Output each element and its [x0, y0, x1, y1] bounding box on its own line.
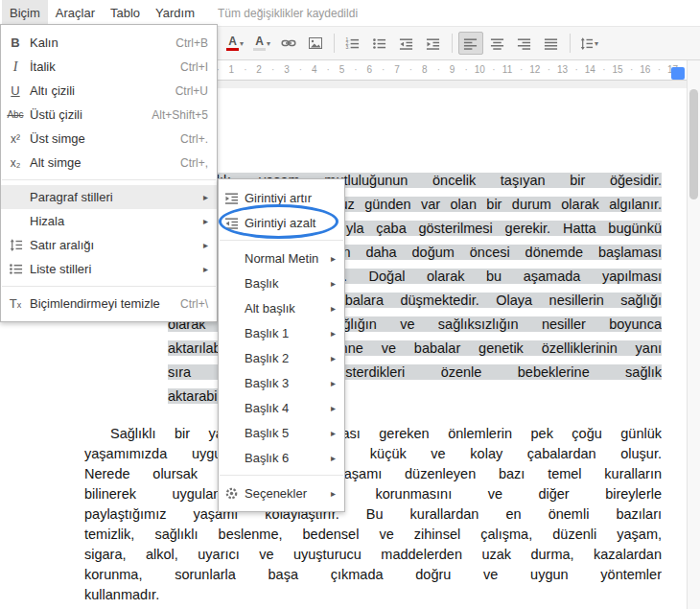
ruler-number-label: 2 [256, 64, 262, 75]
submenu-item-label: Başlık 5 [245, 426, 289, 440]
submenu-arrow-icon: ▸ [328, 353, 336, 363]
align-center-button[interactable] [485, 32, 510, 55]
text-line[interactable]: kullanmadır. [84, 585, 662, 605]
menu-item-alt-simge[interactable]: x₂ Alt simge Ctrl+, [1, 151, 217, 175]
vertical-scrollbar[interactable] [687, 60, 700, 609]
text-line[interactable]: paylaştığımız yaşamı kolaylaştırır. Bu k… [84, 504, 662, 525]
submenu-item-baslik-4[interactable]: Başlık 4 ▸ [219, 395, 344, 420]
submenu-item-label: Başlık 6 [245, 451, 289, 465]
ruler-number: 9 [438, 60, 466, 81]
menubar-tablo[interactable]: Tablo [103, 0, 148, 26]
submenu-item-alt-baslik[interactable]: Alt başlık ▸ [219, 295, 344, 320]
ruler-number: 5 [328, 60, 356, 81]
menubar-araclar[interactable]: Araçlar [48, 0, 103, 26]
submenu-item-label: Başlık 4 [245, 401, 289, 415]
submenu-item-baslik-5[interactable]: Başlık 5 ▸ [219, 420, 344, 445]
align-right-icon [517, 36, 531, 51]
text-color-button[interactable]: A ▾ [222, 32, 247, 55]
right-indent-marker[interactable] [671, 67, 685, 80]
bulleted-list-icon [372, 36, 386, 51]
line-spacing-icon [1, 238, 30, 252]
menu-item-shortcut: Ctrl+U [175, 84, 208, 98]
ruler-number-label: 3 [284, 64, 290, 75]
submenu-item-baslik-1[interactable]: Başlık 1 ▸ [219, 320, 344, 345]
menu-item-liste-stilleri[interactable]: Liste stilleri ▸ [1, 257, 217, 281]
menubar-bicim[interactable]: Biçim [2, 0, 48, 26]
submenu-arrow-icon: ▸ [200, 240, 208, 250]
superscript-icon: x² [1, 132, 30, 146]
menu-item-satir-araligi[interactable]: Satır aralığı ▸ [1, 233, 217, 257]
scrollbar-thumb[interactable] [689, 89, 698, 199]
text-line[interactable]: Sağlıklı bir yaşam için alınması gereken… [84, 424, 662, 444]
menu-item-ust-simge[interactable]: x² Üst simge Ctrl+. [1, 127, 217, 151]
ruler-number: 1 [218, 60, 245, 81]
increase-indent-button[interactable] [421, 32, 446, 55]
dropdown-arrow-icon: ▾ [267, 39, 270, 48]
submenu-item-normal-metin[interactable]: Normal Metin ▸ [219, 246, 344, 270]
menu-item-bicimlendirmeyi-temizle[interactable]: Tx Biçimlendirmeyi temizle Ctrl+\ [1, 292, 217, 316]
align-right-button[interactable] [512, 32, 537, 55]
menu-item-label: Kalın [30, 35, 58, 50]
menu-item-italik[interactable]: I İtalik Ctrl+I [1, 55, 217, 79]
insert-link-icon [281, 35, 296, 51]
text-line[interactable]: sigara, alkol, uyarıcı ve uyuşturucu mad… [84, 545, 662, 565]
dropdown-arrow-icon: ▾ [240, 39, 244, 48]
insert-image-icon [308, 35, 323, 51]
submenu-item-baslik-2[interactable]: Başlık 2 ▸ [219, 345, 344, 370]
submenu-arrow-icon: ▸ [328, 378, 336, 388]
align-left-icon [463, 36, 478, 51]
text-line[interactable]: Nerede olursak olalım, toplu yaşamı düze… [84, 464, 662, 484]
save-status[interactable]: Tüm değişiklikler kaydedildi [218, 7, 358, 20]
bulleted-list-button[interactable] [367, 32, 392, 55]
align-left-button[interactable] [458, 32, 483, 55]
menu-item [2, 286, 216, 287]
ruler-number: 2 [245, 60, 273, 81]
submenu-item-girintiyi-artir[interactable]: Girintiyi artır [219, 185, 344, 210]
menu-item-alti-cizili[interactable]: U Altı çizili Ctrl+U [1, 79, 217, 103]
insert-image-button[interactable] [303, 32, 328, 55]
highlight-color-button[interactable]: A ▾ [249, 32, 274, 55]
line-spacing-button[interactable]: ▾ [576, 32, 601, 55]
submenu-arrow-icon: ▸ [200, 216, 208, 226]
indent-decrease-icon [219, 216, 245, 230]
format-menu: B Kalın Ctrl+B I İtalik Ctrl+I U Altı çi… [0, 24, 218, 322]
highlight-color-icon: A [253, 36, 266, 51]
ruler-number: 7 [384, 60, 411, 81]
paragraph[interactable]: Sağlıklı bir yaşam için alınması gereken… [84, 424, 662, 605]
text-line[interactable]: bilinerek uygulanması, sağlığın korunmas… [84, 484, 662, 504]
menu-item-paragraf-stilleri[interactable]: Paragraf stilleri ▸ [1, 185, 217, 209]
dropdown-arrow-icon: ▾ [595, 39, 598, 48]
menu-item-kalin[interactable]: B Kalın Ctrl+B [1, 31, 217, 55]
ruler-number: 14 [576, 60, 604, 81]
ruler-number-label: 5 [339, 64, 345, 75]
menubar-yardim[interactable]: Yardım [148, 0, 202, 26]
submenu-item-baslik[interactable]: Başlık ▸ [219, 270, 344, 295]
ruler-number-label: 10 [475, 64, 485, 75]
menu-item-ustu-cizili[interactable]: Abc Üstü çizili Alt+Shift+5 [1, 103, 217, 127]
submenu-arrow-icon: ▸ [328, 253, 336, 264]
submenu-item-baslik-3[interactable]: Başlık 3 ▸ [219, 370, 344, 395]
ruler-number: 12 [521, 60, 548, 81]
insert-link-button[interactable] [276, 32, 301, 55]
text-line[interactable]: temizlik, sağlıklı beslenme, bedensel ve… [84, 525, 662, 545]
numbered-list-button[interactable]: 1.2.3. [340, 32, 365, 55]
menu-item-shortcut: Ctrl+, [180, 156, 208, 170]
text-run: Sağlıklı bir yaşam için alınması gereken… [110, 426, 662, 441]
text-line[interactable]: yaşamımızda uygulanması gereken küçük ve… [84, 444, 662, 464]
align-justify-button[interactable] [539, 32, 564, 55]
submenu-item-girintiyi-azalt[interactable]: Girintiyi azalt [219, 210, 344, 235]
text-line[interactable]: korunma, sorunlarla başa çıkmada doğru v… [84, 565, 662, 585]
submenu-item-secenekler[interactable]: Seçenekler ▸ [219, 480, 344, 505]
submenu-arrow-icon: ▸ [328, 428, 336, 438]
submenu-item-baslik-6[interactable]: Başlık 6 ▸ [219, 445, 344, 470]
ruler-number-label: 16 [640, 64, 650, 75]
ruler-number: 11 [494, 60, 522, 81]
svg-text:3.: 3. [345, 45, 349, 50]
submenu-arrow-icon: ▸ [328, 278, 336, 289]
ruler-number-label: 7 [394, 64, 400, 75]
decrease-indent-button[interactable] [394, 32, 419, 55]
menubar-items: BiçimAraçlarTabloYardım [2, 0, 202, 26]
menu-item-hizala[interactable]: Hizala ▸ [1, 209, 217, 233]
toolbar-button [452, 34, 453, 53]
ruler-number-label: 11 [502, 64, 512, 75]
